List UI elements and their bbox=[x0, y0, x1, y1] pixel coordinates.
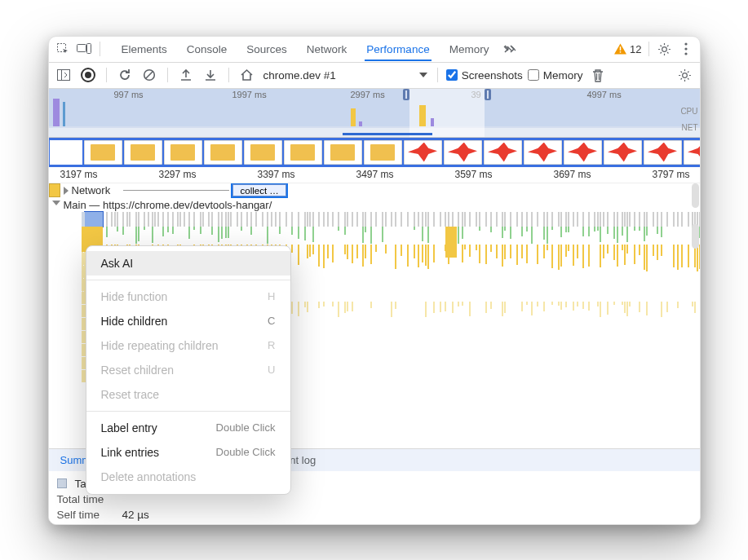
svg-rect-8 bbox=[57, 70, 69, 81]
ruler-tick: 3397 ms bbox=[258, 169, 295, 180]
tab-network[interactable]: Network bbox=[297, 38, 357, 60]
tab-performance[interactable]: Performance bbox=[356, 38, 439, 60]
svg-line-11 bbox=[145, 72, 153, 79]
svg-point-5 bbox=[684, 42, 687, 45]
overview-tick: 1997 ms bbox=[232, 90, 267, 99]
main-track-header[interactable]: Main — https://chrome.dev/devtools-hanga… bbox=[49, 198, 276, 212]
panel-tabs: Elements Console Sources Network Perform… bbox=[112, 38, 499, 60]
svg-rect-9 bbox=[57, 70, 61, 81]
menu-label-entry[interactable]: Label entryDouble Click bbox=[86, 416, 290, 440]
brush-handle-right[interactable] bbox=[485, 89, 491, 100]
main-label: Main — https://chrome.dev/devtools-hanga… bbox=[64, 199, 272, 211]
reload-record-icon[interactable] bbox=[115, 65, 135, 85]
total-time-label: Total time bbox=[57, 493, 104, 505]
svg-point-7 bbox=[684, 52, 687, 55]
separator bbox=[648, 42, 649, 56]
perf-toolbar: chrome.dev #1 Screenshots Memory bbox=[49, 63, 700, 89]
svg-rect-4 bbox=[620, 51, 622, 53]
screenshots-checkbox[interactable] bbox=[446, 69, 458, 81]
screenshots-label: Screenshots bbox=[462, 69, 523, 82]
tab-console[interactable]: Console bbox=[177, 38, 237, 60]
home-icon[interactable] bbox=[237, 65, 257, 85]
svg-point-6 bbox=[684, 47, 687, 50]
target-label: chrome.dev #1 bbox=[263, 69, 336, 82]
context-menu: Ask AI Hide functionH Hide childrenC Hid… bbox=[86, 245, 291, 495]
target-selector[interactable]: chrome.dev #1 bbox=[262, 68, 429, 83]
menu-ask-ai[interactable]: Ask AI bbox=[86, 251, 290, 276]
issues-counter[interactable]: 12 bbox=[614, 43, 641, 55]
memory-toggle[interactable]: Memory bbox=[528, 69, 583, 82]
download-icon[interactable] bbox=[201, 65, 220, 85]
inspect-icon[interactable] bbox=[54, 40, 72, 58]
more-tabs-icon[interactable] bbox=[502, 40, 520, 58]
task-color-swatch bbox=[57, 478, 67, 488]
cpu-label: CPU bbox=[680, 107, 697, 116]
upload-icon[interactable] bbox=[176, 65, 196, 85]
selected-task[interactable] bbox=[85, 212, 103, 227]
ruler-tick: 3297 ms bbox=[159, 169, 197, 180]
track-scrollbar[interactable] bbox=[692, 183, 699, 208]
svg-rect-1 bbox=[77, 45, 86, 52]
menu-link-entries[interactable]: Link entriesDouble Click bbox=[86, 440, 290, 465]
timeline-ruler[interactable]: 3197 ms 3297 ms 3397 ms 3497 ms 3597 ms … bbox=[49, 167, 700, 183]
kebab-menu-icon[interactable] bbox=[677, 40, 695, 58]
disclosure-open-icon bbox=[52, 201, 60, 209]
menu-separator bbox=[86, 411, 290, 412]
separator bbox=[437, 68, 438, 82]
filmstrip[interactable] bbox=[49, 138, 700, 167]
memory-checkbox[interactable] bbox=[528, 69, 539, 81]
ruler-tick: 3597 ms bbox=[455, 169, 493, 180]
ruler-tick: 3697 ms bbox=[554, 169, 591, 180]
memory-label: Memory bbox=[543, 69, 583, 82]
tab-elements[interactable]: Elements bbox=[112, 38, 177, 60]
overview-tick: 997 ms bbox=[114, 90, 144, 99]
menu-hide-repeating: Hide repeating childrenR bbox=[86, 333, 290, 358]
overview-tick: 4997 ms bbox=[587, 90, 622, 99]
tab-sources[interactable]: Sources bbox=[237, 38, 297, 60]
record-button[interactable] bbox=[78, 65, 98, 85]
svg-rect-3 bbox=[620, 46, 622, 51]
flag-marker[interactable] bbox=[49, 183, 60, 197]
menu-separator bbox=[86, 280, 290, 280]
brush-handle-left[interactable] bbox=[403, 89, 409, 100]
issues-count: 12 bbox=[630, 43, 641, 55]
gc-icon[interactable] bbox=[588, 65, 608, 85]
dropdown-icon bbox=[419, 73, 427, 77]
self-time-label: Self time bbox=[57, 509, 100, 521]
panel-tabbar: Elements Console Sources Network Perform… bbox=[49, 37, 700, 63]
screenshots-toggle[interactable]: Screenshots bbox=[446, 69, 523, 82]
tab-memory[interactable]: Memory bbox=[440, 38, 499, 60]
ruler-tick: 3197 ms bbox=[60, 169, 98, 180]
device-toolbar-icon[interactable] bbox=[75, 40, 93, 58]
net-label: NET bbox=[682, 123, 698, 132]
ruler-tick: 3797 ms bbox=[653, 169, 690, 180]
overview-minimap[interactable]: 997 ms 1997 ms 2997 ms 39 4997 ms CPU NE… bbox=[49, 89, 700, 138]
network-bar[interactable] bbox=[123, 190, 229, 191]
settings-icon[interactable] bbox=[656, 40, 674, 58]
network-bar-collect[interactable]: collect … bbox=[232, 184, 286, 196]
network-track-header[interactable]: Network bbox=[60, 183, 114, 197]
separator bbox=[106, 68, 107, 82]
svg-rect-2 bbox=[86, 44, 91, 54]
separator bbox=[228, 68, 229, 82]
ruler-tick: 3497 ms bbox=[356, 169, 394, 180]
toggle-drawer-icon[interactable] bbox=[54, 65, 73, 85]
devtools-window: Elements Console Sources Network Perform… bbox=[48, 36, 701, 525]
menu-hide-children[interactable]: Hide childrenC bbox=[86, 309, 290, 333]
separator bbox=[100, 42, 100, 56]
overview-tick: 2997 ms bbox=[351, 90, 385, 99]
separator bbox=[167, 68, 168, 82]
disclosure-icon bbox=[64, 187, 69, 195]
track-scrollbar[interactable] bbox=[692, 224, 699, 249]
clear-icon[interactable] bbox=[139, 65, 159, 85]
network-label: Network bbox=[72, 184, 111, 196]
menu-reset-children: Reset childrenU bbox=[86, 358, 290, 382]
menu-reset-trace: Reset trace bbox=[86, 382, 290, 407]
menu-delete-annotations: Delete annotations bbox=[86, 465, 290, 489]
perf-settings-icon[interactable] bbox=[675, 65, 695, 85]
self-time-value: 42 µs bbox=[122, 509, 149, 521]
menu-hide-function: Hide functionH bbox=[86, 284, 290, 309]
